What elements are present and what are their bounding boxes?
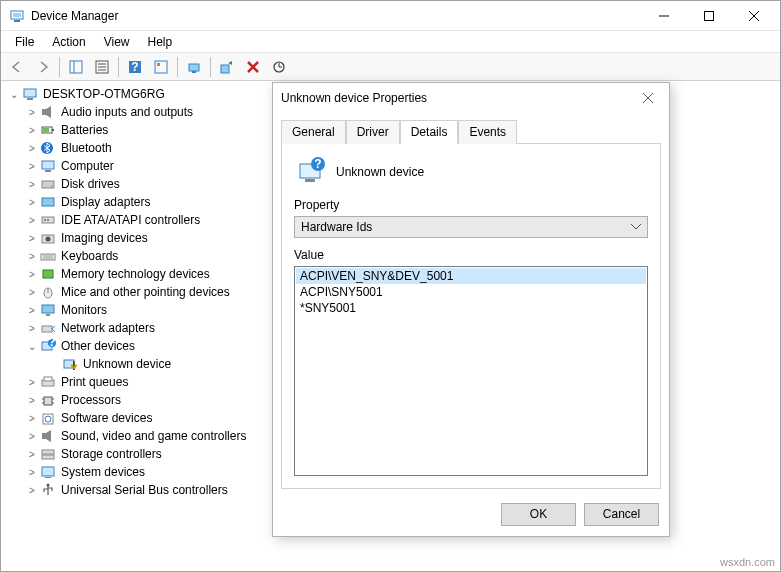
tree-root-label: DESKTOP-OTMG6RG [41,87,167,101]
update-driver-button[interactable] [267,55,291,79]
maximize-button[interactable] [686,2,731,30]
tree-node-label: Other devices [59,339,137,353]
svg-rect-36 [44,219,46,221]
toolbar-icon[interactable] [149,55,173,79]
tab-general[interactable]: General [281,120,346,144]
expand-icon[interactable]: > [25,215,39,226]
svg-rect-23 [24,89,36,97]
expand-icon[interactable]: > [25,377,39,388]
dialog-title: Unknown device Properties [281,91,635,105]
device-category-icon [39,194,57,210]
device-category-icon [39,158,57,174]
device-category-icon [39,266,57,282]
expand-icon[interactable]: > [25,395,39,406]
tab-details[interactable]: Details [400,120,459,144]
toolbar: ? [1,53,780,81]
svg-rect-25 [42,109,46,115]
svg-rect-66 [42,455,54,459]
collapse-icon[interactable]: ⌄ [25,341,39,352]
svg-rect-64 [42,433,46,439]
expand-icon[interactable]: > [25,179,39,190]
menu-file[interactable]: File [7,33,42,51]
list-item[interactable]: *SNY5001 [296,300,646,316]
device-category-icon [39,374,57,390]
computer-icon [21,86,39,102]
properties-button[interactable] [90,55,114,79]
expand-icon[interactable]: > [25,413,39,424]
expand-icon[interactable]: > [25,125,39,136]
tab-driver[interactable]: Driver [346,120,400,144]
ok-button[interactable]: OK [501,503,576,526]
scan-hardware-button[interactable] [182,55,206,79]
close-button[interactable] [731,2,776,30]
tab-events[interactable]: Events [458,120,517,144]
tree-node-label: Audio inputs and outputs [59,105,195,119]
list-item[interactable]: ACPI\VEN_SNY&DEV_5001 [296,268,646,284]
cancel-button[interactable]: Cancel [584,503,659,526]
expand-icon[interactable]: > [25,143,39,154]
tree-node-label: Universal Serial Bus controllers [59,483,230,497]
svg-rect-16 [157,63,160,66]
svg-rect-2 [14,20,20,22]
expand-icon[interactable]: > [25,431,39,442]
toolbar-divider [118,57,119,77]
property-selected: Hardware Ids [301,220,372,234]
expand-icon[interactable]: > [25,449,39,460]
device-category-icon [39,230,57,246]
tree-node-label: Imaging devices [59,231,150,245]
menu-view[interactable]: View [96,33,138,51]
minimize-button[interactable] [641,2,686,30]
tree-node-label: Software devices [59,411,154,425]
tree-node-label: Keyboards [59,249,120,263]
menu-help[interactable]: Help [140,33,181,51]
tree-node-label: Network adapters [59,321,157,335]
expand-icon[interactable]: > [25,323,39,334]
svg-rect-43 [43,270,53,278]
uninstall-device-button[interactable] [241,55,265,79]
expand-icon[interactable]: > [25,287,39,298]
device-category-icon [39,284,57,300]
toolbar-divider [177,57,178,77]
show-hide-tree-button[interactable] [64,55,88,79]
enable-device-button[interactable] [215,55,239,79]
expand-icon[interactable]: > [25,305,39,316]
dialog-tabs: General Driver Details Events [273,113,669,143]
svg-rect-4 [704,11,713,20]
svg-rect-56 [44,377,52,381]
device-header: ? Unknown device [294,156,648,188]
expand-icon[interactable]: > [25,197,39,208]
help-button[interactable]: ? [123,55,147,79]
tree-node-label: Print queues [59,375,130,389]
svg-rect-40 [41,254,55,260]
tree-node-label: Computer [59,159,116,173]
tree-node-label: Unknown device [81,357,173,371]
back-button[interactable] [5,55,29,79]
expand-icon[interactable]: > [25,233,39,244]
expand-icon[interactable]: > [25,269,39,280]
expand-icon[interactable]: > [25,161,39,172]
device-category-icon [39,410,57,426]
device-category-icon [39,482,57,498]
list-item[interactable]: ACPI\SNY5001 [296,284,646,300]
dialog-close-button[interactable] [635,85,661,111]
value-listbox[interactable]: ACPI\VEN_SNY&DEV_5001 ACPI\SNY5001 *SNY5… [294,266,648,476]
dialog-titlebar[interactable]: Unknown device Properties [273,83,669,113]
tree-node-label: Batteries [59,123,110,137]
tree-node-label: System devices [59,465,147,479]
forward-button[interactable] [31,55,55,79]
svg-rect-15 [155,61,167,73]
expand-icon[interactable]: > [25,251,39,262]
device-name-label: Unknown device [336,165,424,179]
property-label: Property [294,198,648,212]
property-dropdown[interactable]: Hardware Ids [294,216,648,238]
expand-icon[interactable]: > [25,107,39,118]
properties-dialog: Unknown device Properties General Driver… [272,82,670,537]
device-category-icon [39,302,57,318]
collapse-icon[interactable]: ⌄ [7,89,21,100]
device-category-icon [39,122,57,138]
device-category-icon [39,212,57,228]
expand-icon[interactable]: > [25,467,39,478]
expand-icon[interactable]: > [25,485,39,496]
menu-action[interactable]: Action [44,33,93,51]
svg-rect-7 [70,61,82,73]
